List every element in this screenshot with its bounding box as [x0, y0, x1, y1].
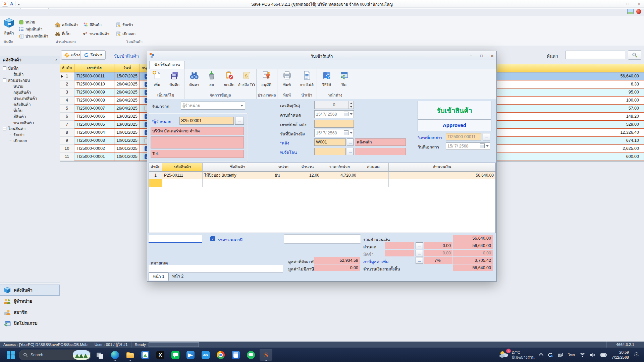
warehouse-lookup-button[interactable]: ... — [347, 138, 354, 146]
location-button[interactable]: ที่เก็บ — [55, 30, 78, 37]
taskbar-app-photos[interactable] — [141, 351, 149, 359]
toolbar-button-print[interactable]: พิมพ์ — [278, 69, 296, 92]
page-tab-2[interactable]: หน้า 2 — [168, 273, 187, 281]
supplier-lookup-button[interactable]: ... — [235, 117, 244, 125]
discount-input[interactable] — [385, 242, 414, 249]
weather-widget[interactable]: 5 27°C มีเมฆบางส่วน — [499, 350, 534, 360]
receive-from-select[interactable]: ผู้จำหน่าย — [181, 102, 245, 110]
tree-item[interactable]: โอนสินค้า — [1, 125, 58, 131]
tree-item[interactable]: ขนาดสินค้า — [1, 119, 58, 125]
vat-lookup-button[interactable]: ... — [416, 257, 423, 264]
view-tab-receive[interactable]: รับเข้าสินค้า — [114, 52, 139, 60]
wifi-icon[interactable] — [580, 353, 585, 357]
transfer-field[interactable] — [314, 148, 346, 155]
credit-field[interactable]: 0 — [314, 101, 354, 109]
refresh-button[interactable]: รีเฟรช — [80, 50, 106, 60]
items-col-name[interactable]: ชื่อสินค้า — [203, 163, 273, 172]
doc-no-lookup-button[interactable]: ... — [483, 133, 490, 140]
toolbar-button-del[interactable]: ลบ — [203, 69, 220, 92]
toolbar-button-closewin[interactable]: ปิด — [335, 69, 353, 92]
warehouse-button[interactable]: คลังสินค้า — [55, 21, 78, 28]
receive-button[interactable]: รับเข้า — [116, 21, 136, 28]
taskbar-app-calculator[interactable] — [232, 351, 240, 359]
image-icon[interactable] — [627, 9, 634, 14]
items-col-code[interactable]: รหัสสินค้า — [162, 163, 203, 172]
language-indicator[interactable]: ไทย — [568, 352, 575, 358]
sidebar-nav-people[interactable]: ผู้จำหน่าย — [0, 296, 60, 307]
taskbar-app-edge[interactable] — [111, 351, 119, 359]
search-input[interactable] — [566, 51, 625, 59]
taskbar-search[interactable]: Search — [19, 350, 91, 360]
deposit-input[interactable] — [385, 250, 414, 256]
start-button[interactable] — [7, 351, 15, 359]
taskbar-app-savepos[interactable] — [262, 351, 270, 359]
col-bill[interactable]: เลขที่บิล — [74, 64, 114, 72]
tree-item[interactable]: ที่เก็บ — [1, 107, 58, 113]
product-group-button[interactable]: กลุ่มสินค้า — [19, 26, 48, 33]
tree-item[interactable]: ส่วนประกอบ — [1, 77, 58, 83]
dialog-maximize-button[interactable]: □ — [480, 53, 483, 58]
collapse-icon[interactable]: ‹ — [55, 56, 57, 64]
items-col-qty[interactable]: จำนวน — [294, 163, 321, 172]
product-size-button[interactable]: x2 ขนาดสินค้า — [83, 30, 109, 37]
toolbar-button-cancel[interactable]: ยกเลิก — [220, 69, 238, 92]
toolbar-button-refto[interactable]: Sอ้างถึง TO — [238, 69, 255, 92]
ref-bill-field[interactable] — [314, 120, 354, 128]
tray-expand-icon[interactable] — [539, 353, 543, 358]
deposit-lookup-button[interactable]: ... — [416, 250, 423, 256]
toolbar-button-fromfile[interactable]: จากไฟล์ — [298, 69, 316, 92]
tree-item[interactable]: ประเภทสินค้า — [1, 95, 58, 101]
collapse-box-icon[interactable] — [3, 78, 6, 82]
doc-no-field[interactable]: TI25000-00011 — [446, 133, 481, 140]
taskbar-app-chat[interactable] — [247, 351, 255, 359]
credit-spinner[interactable] — [348, 101, 354, 109]
transfer-lookup-button[interactable]: ... — [347, 148, 354, 155]
footer-mid-input[interactable] — [284, 234, 361, 244]
collapse-box-icon[interactable] — [3, 66, 6, 70]
sidebar-nav-exit[interactable]: ปิดโปรแกรม — [0, 318, 60, 329]
tab-functions[interactable]: ฟังก์ชันทำงาน — [149, 61, 185, 69]
items-col-price[interactable]: ราคา/หน่วย — [321, 163, 358, 172]
camera-off-icon[interactable] — [557, 353, 564, 357]
minimize-button[interactable]: – — [615, 1, 618, 6]
collapse-box-icon[interactable] — [3, 127, 6, 130]
items-col-seq[interactable]: ลำดับ — [149, 163, 162, 172]
vat-included-checkbox[interactable]: ✓ — [210, 236, 215, 241]
sync-icon[interactable] — [547, 352, 553, 358]
taskbar-app-mail[interactable] — [186, 351, 195, 359]
tree-item[interactable]: สินค้า — [1, 71, 58, 77]
page-tab-1[interactable]: หน้า 1 — [149, 273, 169, 281]
product-button[interactable]: สินค้า — [2, 17, 16, 40]
volume-muted-icon[interactable] — [590, 353, 596, 357]
sidebar-nav-member[interactable]: สมาชิก — [0, 307, 60, 318]
tree-item[interactable]: กลุ่มสินค้า — [1, 89, 58, 95]
note-input[interactable] — [149, 265, 283, 273]
col-date[interactable]: วันที่ — [114, 64, 140, 72]
footer-blue-input[interactable] — [149, 235, 202, 243]
items-col-unit[interactable]: หน่วย — [273, 163, 294, 172]
product-color-button[interactable]: สีสินค้า — [83, 21, 109, 28]
maximize-button[interactable]: □ — [627, 1, 629, 6]
tree-item[interactable]: บันทึก — [1, 65, 58, 71]
tree-item[interactable]: หน่วย — [1, 83, 58, 89]
taskbar-app-x[interactable] — [156, 351, 164, 359]
item-row[interactable]: 1P25-00111ไม้ปิงปอง Butterflyอัน12.004,7… — [149, 172, 495, 179]
items-col-discount[interactable]: ส่วนลด — [358, 163, 389, 172]
clock[interactable]: 20:59 7/12/2568 — [612, 350, 629, 360]
toolbar-button-save[interactable]: บันทึก — [166, 69, 183, 92]
tree-item[interactable]: เบิกออก — [1, 137, 58, 143]
taskbar-app-file-explorer[interactable] — [126, 351, 134, 359]
tree-item[interactable]: สีสินค้า — [1, 113, 58, 119]
search-button[interactable] — [628, 50, 641, 60]
toolbar-button-find[interactable]: ค้นหา — [185, 69, 203, 92]
item-row[interactable] — [149, 179, 495, 187]
issue-button[interactable]: เบิกออก — [116, 30, 136, 37]
taskbar-app-task-view[interactable] — [96, 351, 104, 359]
toolbar-button-help[interactable]: ?วิธีใช้ — [318, 69, 335, 92]
col-seq[interactable]: ลำดับ — [60, 64, 74, 72]
discount-lookup-button[interactable]: ... — [416, 242, 423, 249]
items-col-amount[interactable]: จำนวนเงิน — [389, 163, 495, 172]
warehouse-code-field[interactable]: W001 — [314, 138, 346, 146]
tree-item[interactable]: คลังสินค้า — [1, 101, 58, 107]
sphere-icon[interactable] — [636, 9, 641, 14]
